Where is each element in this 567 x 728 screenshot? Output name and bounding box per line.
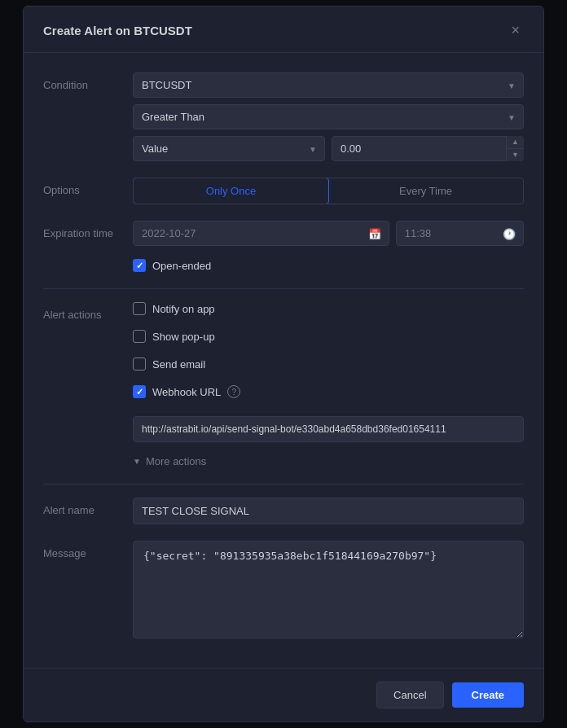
condition-label: Condition: [43, 72, 133, 91]
webhook-url-input[interactable]: [133, 416, 524, 442]
time-input[interactable]: [396, 221, 524, 246]
condition-type-select[interactable]: Greater Than Less Than Equal To Crossing: [133, 104, 524, 129]
date-input-wrapper: 📅: [133, 221, 389, 246]
price-input[interactable]: [332, 136, 524, 161]
open-ended-label: Open-ended: [152, 260, 211, 272]
price-input-wrapper: ▲ ▼: [332, 136, 524, 161]
alert-name-controls: [133, 498, 524, 524]
message-label: Message: [43, 541, 133, 559]
notify-app-label: Notify on app: [152, 303, 215, 315]
more-actions-toggle[interactable]: ▼ More actions: [133, 455, 524, 467]
modal-header: Create Alert on BTCUSDT ×: [24, 7, 543, 53]
expiration-controls: 📅 🕐 ✓ Open-ended: [133, 221, 524, 272]
only-once-button[interactable]: Only Once: [133, 178, 329, 204]
send-email-label: Send email: [152, 358, 205, 371]
source-select[interactable]: Value Price Indicator: [133, 136, 325, 161]
alert-name-label: Alert name: [43, 498, 133, 516]
condition-row: Condition BTCUSDT ▼ Greater Than Less Th…: [43, 72, 524, 161]
webhook-label: Webhook URL: [152, 386, 221, 398]
modal-footer: Cancel Create: [24, 668, 543, 721]
options-label: Options: [43, 178, 133, 196]
open-ended-checkbox[interactable]: ✓: [133, 259, 146, 272]
price-increment-button[interactable]: ▲: [507, 136, 524, 149]
type-select-wrapper: Greater Than Less Than Equal To Crossing…: [133, 104, 524, 129]
source-select-wrapper: Value Price Indicator ▼: [133, 136, 325, 161]
modal-body: Condition BTCUSDT ▼ Greater Than Less Th…: [24, 53, 543, 668]
symbol-select-wrapper: BTCUSDT ▼: [133, 72, 524, 98]
alert-actions-controls: Notify on app Show pop-up Send email: [133, 302, 524, 467]
show-popup-label: Show pop-up: [152, 331, 215, 343]
price-decrement-button[interactable]: ▼: [507, 149, 524, 161]
checkmark-icon: ✓: [136, 261, 143, 271]
open-ended-row: ✓ Open-ended: [133, 259, 524, 272]
create-button[interactable]: Create: [452, 682, 524, 708]
message-row: Message {"secret": "891335935a38ebc1f518…: [43, 541, 524, 638]
modal-title: Create Alert on BTCUSDT: [43, 24, 192, 37]
info-question-mark: ?: [232, 388, 237, 397]
show-popup-item: Show pop-up: [133, 330, 524, 343]
notify-app-checkbox[interactable]: [133, 302, 146, 315]
options-toggle: Only Once Every Time: [133, 178, 524, 204]
more-actions-label: More actions: [146, 455, 206, 467]
webhook-info-icon[interactable]: ?: [227, 385, 240, 398]
date-input[interactable]: [133, 221, 389, 246]
chevron-down-icon: ▼: [133, 457, 141, 466]
alert-actions-label: Alert actions: [43, 302, 133, 321]
alert-name-input[interactable]: [133, 498, 524, 524]
options-row: Options Only Once Every Time: [43, 178, 524, 204]
webhook-checkmark-icon: ✓: [136, 387, 143, 397]
condition-controls: BTCUSDT ▼ Greater Than Less Than Equal T…: [133, 72, 524, 161]
datetime-row: 📅 🕐: [133, 221, 524, 246]
alert-name-row: Alert name: [43, 498, 524, 524]
alert-actions-row: Alert actions Notify on app Show pop-up: [43, 302, 524, 467]
send-email-checkbox[interactable]: [133, 357, 146, 371]
message-textarea[interactable]: {"secret": "891335935a38ebc1f51844169a27…: [133, 541, 524, 638]
webhook-checkbox[interactable]: ✓: [133, 385, 146, 398]
symbol-select[interactable]: BTCUSDT: [133, 72, 524, 98]
expiration-row: Expiration time 📅 🕐: [43, 221, 524, 272]
expiration-label: Expiration time: [43, 221, 133, 239]
options-controls: Only Once Every Time: [133, 178, 524, 204]
show-popup-checkbox[interactable]: [133, 330, 146, 343]
close-button[interactable]: ×: [507, 21, 524, 39]
every-time-button[interactable]: Every Time: [328, 178, 523, 204]
message-controls: {"secret": "891335935a38ebc1f51844169a27…: [133, 541, 524, 638]
webhook-item: ✓ Webhook URL ?: [133, 385, 524, 398]
time-input-wrapper: 🕐: [396, 221, 524, 246]
create-alert-modal: Create Alert on BTCUSDT × Condition BTCU…: [23, 6, 544, 722]
cancel-button[interactable]: Cancel: [376, 682, 443, 708]
send-email-item: Send email: [133, 357, 524, 371]
notify-app-item: Notify on app: [133, 302, 524, 315]
price-spinners: ▲ ▼: [506, 136, 524, 161]
source-value-row: Value Price Indicator ▼ ▲ ▼: [133, 136, 524, 161]
